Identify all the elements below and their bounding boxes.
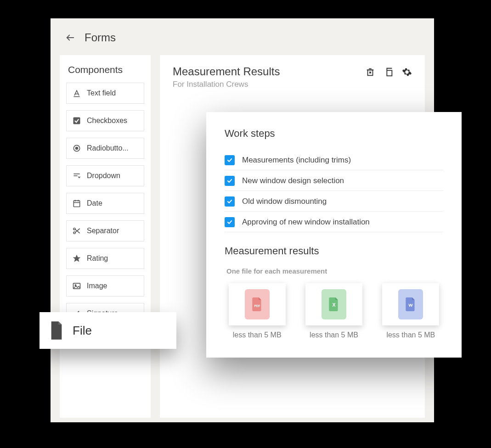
work-step-row[interactable]: New window design selection — [225, 170, 443, 191]
radio-icon — [72, 144, 81, 153]
work-step-row[interactable]: Approving of new window installation — [225, 212, 443, 232]
component-text-field[interactable]: Text field — [66, 83, 144, 104]
component-label: Text field — [87, 89, 116, 97]
settings-icon[interactable] — [402, 67, 412, 77]
pdf-file-icon: PDF — [245, 289, 270, 319]
file-upload-pdf[interactable]: PDF less than 5 MB — [225, 283, 289, 339]
svg-line-15 — [75, 229, 80, 232]
component-label: Checkboxes — [87, 117, 127, 125]
component-label: Separator — [87, 227, 119, 235]
components-sidebar: Components Text field Checkboxes Radiobu… — [60, 55, 151, 418]
component-label: Radiobutto... — [87, 144, 129, 152]
page-title: Forms — [85, 31, 116, 44]
image-icon — [72, 281, 81, 291]
delete-icon[interactable] — [365, 67, 375, 77]
svg-line-14 — [75, 230, 80, 233]
sidebar-title: Components — [66, 64, 144, 75]
component-dropdown[interactable]: Dropdown — [66, 165, 144, 186]
work-step-label: Approving of new window installation — [242, 218, 370, 227]
component-label: Image — [87, 282, 107, 290]
svg-point-5 — [75, 147, 79, 150]
checkbox-checked-icon[interactable] — [225, 176, 235, 186]
work-step-row[interactable]: Measurements (including trims) — [225, 150, 443, 170]
word-file-icon: W — [398, 289, 423, 319]
checkbox-checked-icon[interactable] — [225, 155, 235, 165]
file-icon — [49, 321, 64, 340]
checkbox-checked-icon[interactable] — [225, 196, 235, 207]
star-icon — [72, 254, 81, 263]
svg-rect-3 — [73, 118, 80, 124]
component-label: Date — [87, 199, 102, 207]
dragged-component-label: File — [73, 324, 92, 338]
svg-text:W: W — [409, 302, 413, 308]
copy-icon[interactable] — [384, 67, 394, 77]
component-rating[interactable]: Rating — [66, 248, 144, 269]
form-subtitle: For Installation Crews — [173, 80, 280, 89]
work-step-label: Measurements (including trims) — [242, 156, 351, 165]
dragged-component-file[interactable]: File — [40, 312, 176, 349]
file-caption: less than 5 MB — [310, 331, 358, 339]
excel-file-icon: X — [322, 289, 346, 319]
component-separator[interactable]: Separator — [66, 220, 144, 241]
component-date[interactable]: Date — [66, 193, 144, 214]
file-upload-doc[interactable]: W less than 5 MB — [378, 283, 443, 339]
component-label: Rating — [87, 254, 108, 263]
file-caption: less than 5 MB — [233, 331, 282, 339]
component-radiobuttons[interactable]: Radiobutto... — [66, 138, 144, 159]
svg-rect-8 — [73, 201, 79, 207]
back-icon[interactable] — [65, 33, 75, 43]
dropdown-icon — [72, 171, 81, 180]
component-label: Dropdown — [87, 172, 120, 180]
component-image[interactable]: Image — [66, 275, 144, 297]
work-step-label: Old window dismounting — [242, 197, 327, 206]
checkbox-icon — [72, 116, 81, 125]
work-step-row[interactable]: Old window dismounting — [225, 191, 443, 212]
app-header: Forms — [51, 18, 434, 55]
form-title: Measurement Results — [173, 65, 280, 78]
checkbox-checked-icon[interactable] — [225, 217, 235, 227]
scissors-icon — [72, 226, 81, 235]
work-steps-title: Work steps — [225, 128, 443, 140]
svg-marker-16 — [73, 255, 81, 262]
file-hint: One file for each measurement — [226, 267, 443, 275]
calendar-icon — [72, 199, 81, 208]
text-field-icon — [72, 89, 81, 98]
svg-text:X: X — [332, 302, 336, 308]
svg-rect-24 — [387, 70, 392, 76]
form-preview-card: Work steps Measurements (including trims… — [206, 112, 462, 358]
file-caption: less than 5 MB — [386, 331, 435, 339]
work-step-label: New window design selection — [242, 176, 344, 185]
file-upload-xls[interactable]: X less than 5 MB — [301, 283, 366, 339]
svg-text:PDF: PDF — [254, 304, 260, 308]
measurement-results-title: Measurement results — [225, 245, 443, 257]
component-checkboxes[interactable]: Checkboxes — [66, 110, 144, 131]
